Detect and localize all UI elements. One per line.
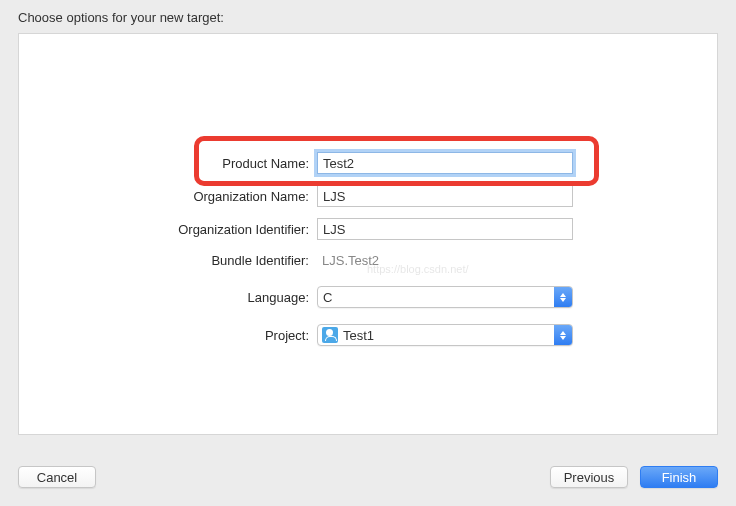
project-label: Project: bbox=[19, 328, 317, 343]
product-name-label: Product Name: bbox=[19, 156, 317, 171]
language-label: Language: bbox=[19, 290, 317, 305]
bundle-identifier-label: Bundle Identifier: bbox=[19, 253, 317, 268]
dialog-footer: Cancel Previous Finish bbox=[0, 448, 736, 506]
cancel-button[interactable]: Cancel bbox=[18, 466, 96, 488]
product-name-row: Product Name: bbox=[19, 152, 717, 174]
project-row: Project: Test1 bbox=[19, 324, 717, 346]
stepper-arrows-icon bbox=[554, 325, 572, 345]
dialog-heading: Choose options for your new target: bbox=[0, 0, 736, 33]
organization-identifier-input[interactable] bbox=[317, 218, 573, 240]
organization-name-label: Organization Name: bbox=[19, 189, 317, 204]
finish-button[interactable]: Finish bbox=[640, 466, 718, 488]
organization-name-input[interactable] bbox=[317, 185, 573, 207]
previous-button[interactable]: Previous bbox=[550, 466, 628, 488]
project-icon bbox=[322, 327, 338, 343]
project-select[interactable]: Test1 bbox=[317, 324, 573, 346]
product-name-input[interactable] bbox=[317, 152, 573, 174]
language-row: Language: C bbox=[19, 286, 717, 308]
bundle-identifier-value: LJS.Test2 bbox=[317, 251, 573, 270]
organization-identifier-row: Organization Identifier: bbox=[19, 218, 717, 240]
organization-identifier-label: Organization Identifier: bbox=[19, 222, 317, 237]
options-panel: Product Name: Organization Name: Organiz… bbox=[18, 33, 718, 435]
project-value: Test1 bbox=[343, 328, 374, 343]
language-value: C bbox=[323, 290, 332, 305]
organization-name-row: Organization Name: bbox=[19, 185, 717, 207]
form-area: Product Name: Organization Name: Organiz… bbox=[19, 152, 717, 357]
bundle-identifier-row: Bundle Identifier: LJS.Test2 bbox=[19, 251, 717, 270]
stepper-arrows-icon bbox=[554, 287, 572, 307]
language-select[interactable]: C bbox=[317, 286, 573, 308]
